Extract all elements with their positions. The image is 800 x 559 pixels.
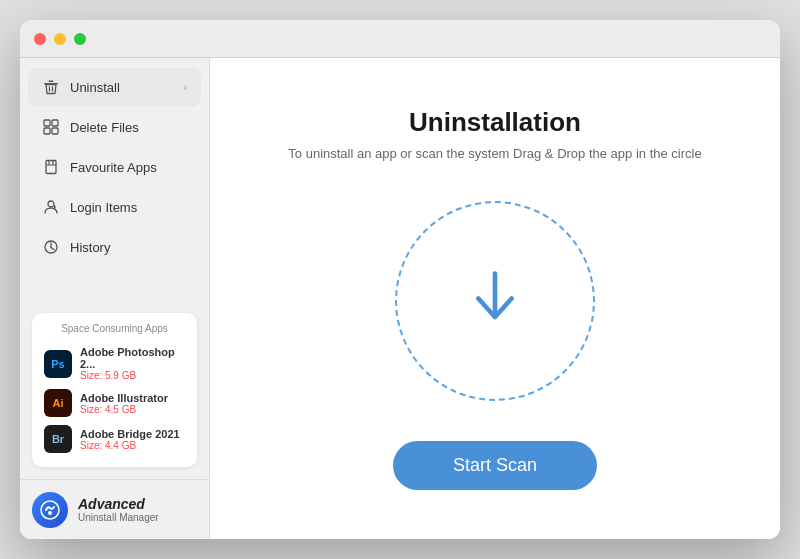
bridge-name: Adobe Bridge 2021: [80, 428, 180, 440]
svg-rect-4: [44, 120, 50, 126]
sidebar-label-history: History: [70, 240, 187, 255]
space-consuming-title: Space Consuming Apps: [42, 323, 187, 334]
download-arrow-icon: [465, 269, 525, 333]
svg-line-15: [51, 248, 54, 250]
svg-rect-7: [52, 128, 58, 134]
sidebar-item-favourite-apps[interactable]: Favourite Apps: [28, 148, 201, 186]
photoshop-info: Adobe Photoshop 2... Size: 5.9 GB: [80, 346, 185, 381]
sidebar-footer: Advanced Uninstall Manager: [20, 479, 209, 539]
app-item-photoshop[interactable]: Ps Adobe Photoshop 2... Size: 5.9 GB: [42, 342, 187, 385]
space-consuming-panel: Space Consuming Apps Ps Adobe Photoshop …: [32, 313, 197, 467]
clock-icon: [42, 238, 60, 256]
photoshop-icon: Ps: [44, 350, 72, 378]
sidebar-item-delete-files[interactable]: Delete Files: [28, 108, 201, 146]
start-scan-button[interactable]: Start Scan: [393, 441, 597, 490]
main-area: Uninstallation To uninstall an app or sc…: [210, 58, 780, 539]
sidebar-label-favourite-apps: Favourite Apps: [70, 160, 187, 175]
bookmark-icon: [42, 158, 60, 176]
sidebar-label-login-items: Login Items: [70, 200, 187, 215]
svg-rect-6: [44, 128, 50, 134]
main-content: Uninstall › Delete Files: [20, 58, 780, 539]
sidebar: Uninstall › Delete Files: [20, 58, 210, 539]
app-item-bridge[interactable]: Br Adobe Bridge 2021 Size: 4.4 GB: [42, 421, 187, 457]
footer-subtitle: Uninstall Manager: [78, 512, 159, 523]
minimize-button[interactable]: [54, 33, 66, 45]
app-logo: [32, 492, 68, 528]
illustrator-size: Size: 4.5 GB: [80, 404, 168, 415]
sidebar-nav: Uninstall › Delete Files: [20, 58, 209, 301]
maximize-button[interactable]: [74, 33, 86, 45]
app-window: Uninstall › Delete Files: [20, 20, 780, 539]
sidebar-item-login-items[interactable]: Login Items: [28, 188, 201, 226]
illustrator-name: Adobe Illustrator: [80, 392, 168, 404]
page-title: Uninstallation: [409, 107, 581, 138]
bridge-size: Size: 4.4 GB: [80, 440, 180, 451]
svg-rect-1: [49, 81, 54, 83]
svg-point-16: [41, 501, 59, 519]
svg-rect-5: [52, 120, 58, 126]
trash-icon: [42, 78, 60, 96]
illustrator-info: Adobe Illustrator Size: 4.5 GB: [80, 392, 168, 415]
photoshop-name: Adobe Photoshop 2...: [80, 346, 185, 370]
login-icon: [42, 198, 60, 216]
page-subtitle: To uninstall an app or scan the system D…: [288, 146, 701, 161]
drop-zone[interactable]: [395, 201, 595, 401]
svg-rect-8: [46, 161, 56, 174]
grid-icon: [42, 118, 60, 136]
sidebar-item-uninstall[interactable]: Uninstall ›: [28, 68, 201, 106]
illustrator-icon: Ai: [44, 389, 72, 417]
sidebar-label-delete-files: Delete Files: [70, 120, 187, 135]
footer-text: Advanced Uninstall Manager: [78, 496, 159, 523]
bridge-icon: Br: [44, 425, 72, 453]
close-button[interactable]: [34, 33, 46, 45]
chevron-right-icon: ›: [183, 81, 187, 93]
svg-point-12: [48, 201, 54, 207]
sidebar-label-uninstall: Uninstall: [70, 80, 173, 95]
footer-title: Advanced: [78, 496, 159, 512]
sidebar-bottom: Space Consuming Apps Ps Adobe Photoshop …: [20, 301, 209, 479]
bridge-info: Adobe Bridge 2021 Size: 4.4 GB: [80, 428, 180, 451]
svg-point-17: [48, 511, 52, 515]
titlebar: [20, 20, 780, 58]
photoshop-size: Size: 5.9 GB: [80, 370, 185, 381]
app-item-illustrator[interactable]: Ai Adobe Illustrator Size: 4.5 GB: [42, 385, 187, 421]
sidebar-item-history[interactable]: History: [28, 228, 201, 266]
